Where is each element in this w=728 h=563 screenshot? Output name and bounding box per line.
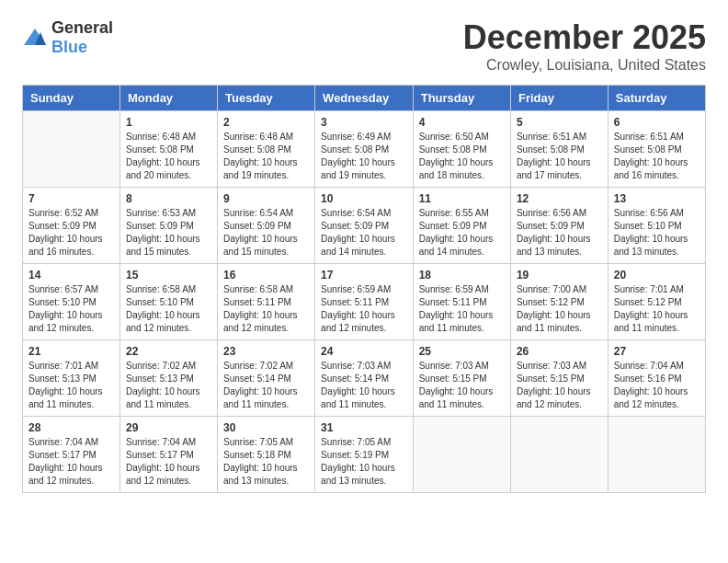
day-number: 10 bbox=[321, 192, 407, 205]
day-info: Sunrise: 7:03 AM Sunset: 5:15 PM Dayligh… bbox=[419, 360, 505, 411]
header-monday: Monday bbox=[119, 86, 217, 111]
day-info: Sunrise: 7:03 AM Sunset: 5:15 PM Dayligh… bbox=[517, 360, 602, 411]
day-number: 18 bbox=[419, 269, 505, 282]
day-number: 13 bbox=[614, 192, 700, 205]
day-number: 31 bbox=[321, 421, 407, 434]
day-number: 26 bbox=[517, 345, 602, 358]
day-cell: 25Sunrise: 7:03 AM Sunset: 5:15 PM Dayli… bbox=[413, 340, 510, 417]
day-info: Sunrise: 6:48 AM Sunset: 5:08 PM Dayligh… bbox=[126, 131, 211, 182]
day-number: 17 bbox=[321, 269, 407, 282]
day-number: 28 bbox=[28, 421, 114, 434]
title-area: December 2025 Crowley, Louisiana, United… bbox=[463, 18, 706, 74]
day-number: 11 bbox=[419, 192, 505, 205]
calendar-header-row: SundayMondayTuesdayWednesdayThursdayFrid… bbox=[23, 86, 706, 111]
day-number: 21 bbox=[28, 345, 114, 358]
day-cell: 18Sunrise: 6:59 AM Sunset: 5:11 PM Dayli… bbox=[413, 264, 510, 340]
day-cell: 26Sunrise: 7:03 AM Sunset: 5:15 PM Dayli… bbox=[510, 340, 608, 417]
day-info: Sunrise: 7:01 AM Sunset: 5:13 PM Dayligh… bbox=[28, 360, 114, 411]
day-cell: 4Sunrise: 6:50 AM Sunset: 5:08 PM Daylig… bbox=[413, 111, 510, 188]
day-cell: 21Sunrise: 7:01 AM Sunset: 5:13 PM Dayli… bbox=[23, 340, 120, 417]
day-cell: 24Sunrise: 7:03 AM Sunset: 5:14 PM Dayli… bbox=[315, 340, 414, 417]
header-friday: Friday bbox=[510, 86, 608, 111]
day-number: 19 bbox=[517, 269, 602, 282]
day-info: Sunrise: 7:05 AM Sunset: 5:18 PM Dayligh… bbox=[223, 436, 309, 488]
day-cell: 28Sunrise: 7:04 AM Sunset: 5:17 PM Dayli… bbox=[23, 417, 120, 493]
logo-blue: Blue bbox=[51, 38, 87, 56]
day-info: Sunrise: 6:50 AM Sunset: 5:08 PM Dayligh… bbox=[419, 131, 505, 182]
day-cell: 16Sunrise: 6:58 AM Sunset: 5:11 PM Dayli… bbox=[218, 264, 315, 340]
logo: General Blue bbox=[22, 18, 113, 57]
day-cell: 23Sunrise: 7:02 AM Sunset: 5:14 PM Dayli… bbox=[218, 340, 315, 417]
day-info: Sunrise: 6:49 AM Sunset: 5:08 PM Dayligh… bbox=[321, 131, 407, 182]
header-sunday: Sunday bbox=[23, 86, 120, 111]
day-cell bbox=[413, 417, 510, 493]
day-cell: 29Sunrise: 7:04 AM Sunset: 5:17 PM Dayli… bbox=[119, 417, 217, 493]
day-cell: 19Sunrise: 7:00 AM Sunset: 5:12 PM Dayli… bbox=[510, 264, 608, 340]
day-info: Sunrise: 7:02 AM Sunset: 5:14 PM Dayligh… bbox=[223, 360, 309, 411]
day-number: 12 bbox=[517, 192, 602, 205]
day-cell: 13Sunrise: 6:56 AM Sunset: 5:10 PM Dayli… bbox=[608, 188, 705, 264]
day-cell bbox=[510, 417, 608, 493]
week-row-5: 28Sunrise: 7:04 AM Sunset: 5:17 PM Dayli… bbox=[23, 417, 706, 493]
day-number: 27 bbox=[614, 345, 700, 358]
day-info: Sunrise: 6:58 AM Sunset: 5:10 PM Dayligh… bbox=[126, 283, 211, 335]
week-row-2: 7Sunrise: 6:52 AM Sunset: 5:09 PM Daylig… bbox=[23, 188, 706, 264]
day-info: Sunrise: 7:03 AM Sunset: 5:14 PM Dayligh… bbox=[321, 360, 407, 411]
day-cell: 22Sunrise: 7:02 AM Sunset: 5:13 PM Dayli… bbox=[119, 340, 217, 417]
day-info: Sunrise: 6:56 AM Sunset: 5:09 PM Dayligh… bbox=[517, 207, 602, 259]
day-number: 25 bbox=[419, 345, 505, 358]
day-info: Sunrise: 6:51 AM Sunset: 5:08 PM Dayligh… bbox=[517, 131, 602, 182]
day-cell: 8Sunrise: 6:53 AM Sunset: 5:09 PM Daylig… bbox=[119, 188, 217, 264]
day-number: 6 bbox=[614, 116, 700, 129]
day-number: 4 bbox=[419, 116, 505, 129]
day-number: 7 bbox=[28, 192, 114, 205]
day-cell: 30Sunrise: 7:05 AM Sunset: 5:18 PM Dayli… bbox=[218, 417, 315, 493]
day-cell: 10Sunrise: 6:54 AM Sunset: 5:09 PM Dayli… bbox=[315, 188, 414, 264]
logo-general: General bbox=[51, 18, 113, 37]
logo-icon bbox=[22, 27, 48, 49]
day-cell: 17Sunrise: 6:59 AM Sunset: 5:11 PM Dayli… bbox=[315, 264, 414, 340]
day-number: 15 bbox=[126, 269, 211, 282]
day-number: 20 bbox=[614, 269, 700, 282]
day-cell bbox=[608, 417, 705, 493]
day-info: Sunrise: 6:48 AM Sunset: 5:08 PM Dayligh… bbox=[223, 131, 309, 182]
day-info: Sunrise: 7:00 AM Sunset: 5:12 PM Dayligh… bbox=[517, 283, 602, 335]
day-info: Sunrise: 6:55 AM Sunset: 5:09 PM Dayligh… bbox=[419, 207, 505, 259]
day-number: 30 bbox=[223, 421, 309, 434]
calendar-table: SundayMondayTuesdayWednesdayThursdayFrid… bbox=[22, 85, 706, 493]
day-info: Sunrise: 6:59 AM Sunset: 5:11 PM Dayligh… bbox=[419, 283, 505, 335]
day-number: 5 bbox=[517, 116, 602, 129]
day-number: 16 bbox=[223, 269, 309, 282]
day-cell: 9Sunrise: 6:54 AM Sunset: 5:09 PM Daylig… bbox=[218, 188, 315, 264]
day-cell: 31Sunrise: 7:05 AM Sunset: 5:19 PM Dayli… bbox=[315, 417, 414, 493]
day-info: Sunrise: 6:53 AM Sunset: 5:09 PM Dayligh… bbox=[126, 207, 211, 259]
day-number: 22 bbox=[126, 345, 211, 358]
header: General Blue December 2025 Crowley, Loui… bbox=[22, 18, 706, 74]
day-cell: 12Sunrise: 6:56 AM Sunset: 5:09 PM Dayli… bbox=[510, 188, 608, 264]
day-cell: 15Sunrise: 6:58 AM Sunset: 5:10 PM Dayli… bbox=[119, 264, 217, 340]
day-info: Sunrise: 6:54 AM Sunset: 5:09 PM Dayligh… bbox=[223, 207, 309, 259]
day-info: Sunrise: 7:04 AM Sunset: 5:16 PM Dayligh… bbox=[614, 360, 700, 411]
day-cell: 3Sunrise: 6:49 AM Sunset: 5:08 PM Daylig… bbox=[315, 111, 414, 188]
day-cell: 6Sunrise: 6:51 AM Sunset: 5:08 PM Daylig… bbox=[608, 111, 705, 188]
day-number: 3 bbox=[321, 116, 407, 129]
day-cell: 11Sunrise: 6:55 AM Sunset: 5:09 PM Dayli… bbox=[413, 188, 510, 264]
day-info: Sunrise: 6:59 AM Sunset: 5:11 PM Dayligh… bbox=[321, 283, 407, 335]
day-number: 8 bbox=[126, 192, 211, 205]
day-cell: 2Sunrise: 6:48 AM Sunset: 5:08 PM Daylig… bbox=[218, 111, 315, 188]
day-number: 1 bbox=[126, 116, 211, 129]
header-wednesday: Wednesday bbox=[315, 86, 414, 111]
day-number: 23 bbox=[223, 345, 309, 358]
day-cell: 14Sunrise: 6:57 AM Sunset: 5:10 PM Dayli… bbox=[23, 264, 120, 340]
location: Crowley, Louisiana, United States bbox=[463, 57, 706, 74]
header-thursday: Thursday bbox=[413, 86, 510, 111]
day-info: Sunrise: 6:51 AM Sunset: 5:08 PM Dayligh… bbox=[614, 131, 700, 182]
day-info: Sunrise: 7:02 AM Sunset: 5:13 PM Dayligh… bbox=[126, 360, 211, 411]
day-info: Sunrise: 6:56 AM Sunset: 5:10 PM Dayligh… bbox=[614, 207, 700, 259]
week-row-4: 21Sunrise: 7:01 AM Sunset: 5:13 PM Dayli… bbox=[23, 340, 706, 417]
week-row-3: 14Sunrise: 6:57 AM Sunset: 5:10 PM Dayli… bbox=[23, 264, 706, 340]
day-cell: 5Sunrise: 6:51 AM Sunset: 5:08 PM Daylig… bbox=[510, 111, 608, 188]
day-info: Sunrise: 7:05 AM Sunset: 5:19 PM Dayligh… bbox=[321, 436, 407, 488]
day-info: Sunrise: 7:04 AM Sunset: 5:17 PM Dayligh… bbox=[28, 436, 114, 488]
day-info: Sunrise: 6:58 AM Sunset: 5:11 PM Dayligh… bbox=[223, 283, 309, 335]
